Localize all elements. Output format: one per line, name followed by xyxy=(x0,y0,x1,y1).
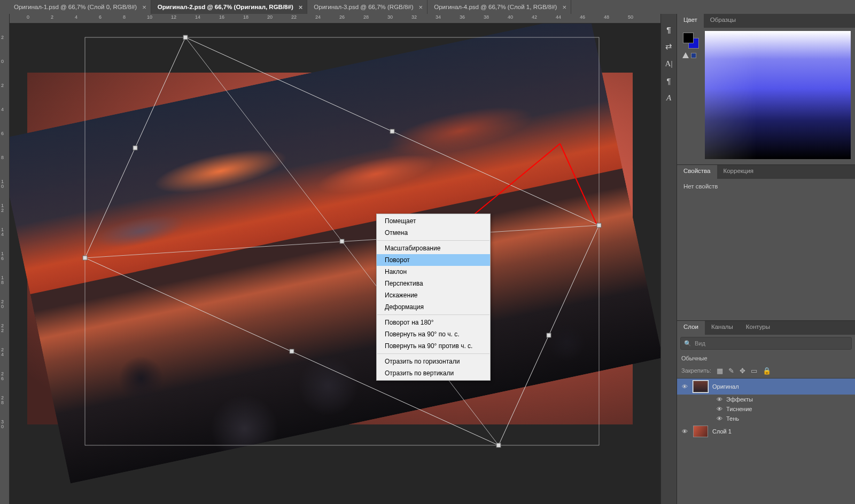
tab-swatches[interactable]: Образцы xyxy=(704,14,742,28)
document-tab[interactable]: Оригинал-1.psd @ 66,7% (Слой 0, RGB/8#)× xyxy=(7,0,151,14)
menu-item-flip-h[interactable]: Отразить по горизонтали xyxy=(377,356,490,367)
document-tab[interactable]: Оригинал-2.psd @ 66,7% (Оригинал, RGB/8#… xyxy=(151,0,308,14)
layer-effect-item[interactable]: 👁 Тень xyxy=(677,414,855,423)
document-tabs: Оригинал-1.psd @ 66,7% (Слой 0, RGB/8#)×… xyxy=(0,0,855,14)
properties-body: Нет свойств xyxy=(677,179,855,194)
layer-effects-header[interactable]: 👁 Эффекты xyxy=(677,395,855,404)
visibility-toggle[interactable]: 👁 xyxy=(717,415,723,422)
menu-item-cancel[interactable]: Отмена xyxy=(377,227,490,239)
visibility-toggle[interactable]: 👁 xyxy=(717,406,723,412)
menu-item-perspective[interactable]: Перспектива xyxy=(377,278,490,289)
layer-filter[interactable]: 🔍 Вид xyxy=(680,337,852,350)
layer-item[interactable]: 👁 Слой 1 xyxy=(677,423,855,439)
close-icon[interactable]: × xyxy=(299,3,303,11)
lock-pixels-icon[interactable]: ▦ xyxy=(717,367,723,375)
separator xyxy=(377,314,489,315)
close-icon[interactable]: × xyxy=(419,3,423,11)
tab-adjustments[interactable]: Коррекция xyxy=(717,165,760,179)
document-area: 2024681012141618202224262830 02468101214… xyxy=(0,14,660,504)
tab-properties[interactable]: Свойства xyxy=(677,165,717,179)
menu-item-flip-v[interactable]: Отразить по вертикали xyxy=(377,367,490,379)
layer-name[interactable]: Оригинал xyxy=(712,383,739,390)
menu-item-skew[interactable]: Наклон xyxy=(377,266,490,278)
layer-name[interactable]: Слой 1 xyxy=(712,428,732,435)
placed-image[interactable] xyxy=(10,23,660,484)
blend-mode-select[interactable]: Обычные xyxy=(677,352,855,365)
panel-dock: ¶ ⇄ A| ¶ A xyxy=(660,14,677,504)
paragraph-icon[interactable]: ¶ xyxy=(664,76,674,85)
ruler-horizontal[interactable]: 0246810121416182022242628303234363840424… xyxy=(10,14,660,23)
filter-type-label: Вид xyxy=(695,340,705,346)
layer-effect-item[interactable]: 👁 Тиснение xyxy=(677,404,855,414)
svg-rect-8 xyxy=(496,443,501,447)
ruler-vertical[interactable]: 2024681012141618202224262830 xyxy=(0,14,10,504)
right-panels: Цвет Образцы Свойства Коррекция xyxy=(677,14,855,504)
color-picker[interactable] xyxy=(705,31,851,159)
lock-all-icon[interactable]: 🔒 xyxy=(763,367,771,375)
fg-bg-swatches[interactable] xyxy=(681,31,699,160)
separator xyxy=(377,353,489,354)
lock-label: Закрепить: xyxy=(681,367,711,374)
lock-row: Закрепить: ▦ ✎ ✥ ▭ 🔒 xyxy=(677,365,855,376)
menu-item-rotate-180[interactable]: Поворот на 180° xyxy=(377,317,490,328)
layer-thumbnail[interactable] xyxy=(693,426,708,437)
tab-color[interactable]: Цвет xyxy=(677,14,704,28)
character-styles-icon[interactable]: ⇄ xyxy=(664,42,674,51)
svg-rect-4 xyxy=(183,35,188,40)
web-safe-swatch[interactable] xyxy=(691,53,696,58)
tab-channels[interactable]: Каналы xyxy=(705,321,740,335)
menu-item-distort[interactable]: Искажение xyxy=(377,289,490,301)
character-icon[interactable]: A| xyxy=(664,59,674,68)
menu-item-rotate[interactable]: Поворот xyxy=(377,254,490,266)
properties-panel-tabs: Свойства Коррекция xyxy=(677,165,855,179)
search-icon: 🔍 xyxy=(684,340,691,347)
gamut-warning-icon[interactable] xyxy=(682,52,689,58)
tab-layers[interactable]: Слои xyxy=(677,321,705,335)
lock-position-icon[interactable]: ✥ xyxy=(740,367,745,375)
menu-item-place[interactable]: Помещает xyxy=(377,215,490,227)
color-panel-tabs: Цвет Образцы xyxy=(677,14,855,28)
document-tab[interactable]: Оригинал-4.psd @ 66,7% (Слой 1, RGB/8#)× xyxy=(428,0,571,14)
menu-item-rotate-cw[interactable]: Повернуть на 90° по ч. с. xyxy=(377,328,490,340)
close-icon[interactable]: × xyxy=(562,3,566,11)
document-tab[interactable]: Оригинал-3.psd @ 66,7% (RGB/8#)× xyxy=(307,0,428,14)
lock-artboard-icon[interactable]: ▭ xyxy=(751,367,757,375)
paragraph-styles-icon[interactable]: ¶ xyxy=(664,25,674,34)
canvas-viewport[interactable]: Помещает Отмена Масштабирование Поворот … xyxy=(10,23,660,504)
layer-item[interactable]: 👁 Оригинал xyxy=(677,379,855,395)
context-menu[interactable]: Помещает Отмена Масштабирование Поворот … xyxy=(376,214,491,381)
visibility-toggle[interactable]: 👁 xyxy=(680,383,689,390)
menu-item-warp[interactable]: Деформация xyxy=(377,301,490,313)
visibility-toggle[interactable]: 👁 xyxy=(680,428,689,435)
glyphs-icon[interactable]: A xyxy=(664,93,674,103)
fg-color-swatch[interactable] xyxy=(683,33,694,43)
menu-item-scale[interactable]: Масштабирование xyxy=(377,242,490,254)
close-icon[interactable]: × xyxy=(142,3,146,11)
separator xyxy=(377,240,489,241)
tab-paths[interactable]: Контуры xyxy=(740,321,776,335)
lock-brush-icon[interactable]: ✎ xyxy=(728,367,734,375)
canvas-background xyxy=(27,73,633,424)
menu-item-rotate-ccw[interactable]: Повернуть на 90° против ч. с. xyxy=(377,340,490,352)
layer-thumbnail[interactable] xyxy=(693,381,708,392)
visibility-toggle[interactable]: 👁 xyxy=(717,396,723,403)
layers-panel-tabs: Слои Каналы Контуры xyxy=(677,321,855,335)
